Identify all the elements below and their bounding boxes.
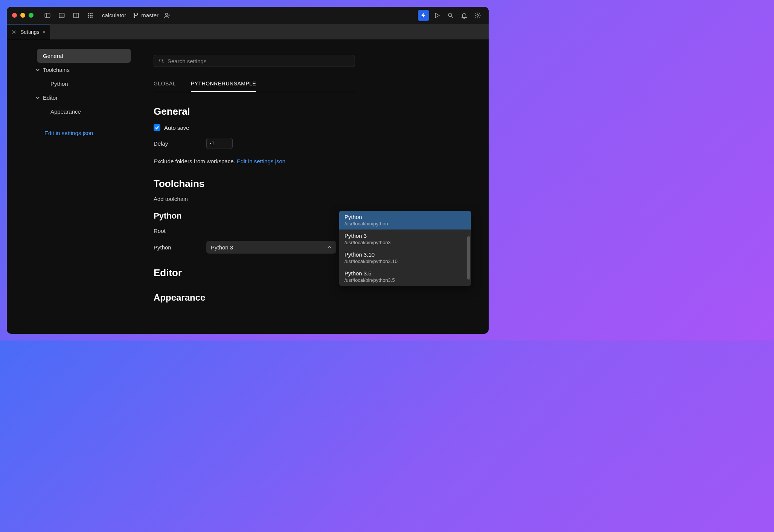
svg-point-19 (160, 59, 163, 62)
dropdown-item[interactable]: Python 3 /usr/local/bin/python3 (339, 230, 471, 248)
svg-rect-0 (45, 13, 50, 18)
sidebar-item-python[interactable]: Python (37, 77, 131, 91)
exclude-folders-text: Exclude folders from workspace. Edit in … (154, 158, 489, 164)
tab-settings[interactable]: Settings × (7, 24, 50, 40)
play-icon[interactable] (431, 10, 443, 21)
dropdown-item-path: /usr/local/bin/python3.10 (344, 258, 466, 264)
dropdown-item-name: Python (344, 214, 466, 220)
dropdown-item-name: Python 3 (344, 233, 466, 239)
dropdown-item[interactable]: Python 3.5 /usr/local/bin/python3.5 (339, 267, 471, 286)
chevron-up-icon (327, 245, 332, 249)
svg-point-18 (14, 31, 15, 33)
svg-point-3 (88, 13, 89, 14)
dropdown-item[interactable]: Python /usr/local/bin/python (339, 211, 471, 230)
search-settings-box[interactable] (154, 55, 355, 67)
svg-point-7 (90, 15, 91, 15)
gear-icon[interactable] (472, 10, 483, 21)
svg-point-10 (90, 17, 91, 17)
grid-icon[interactable] (85, 10, 96, 21)
sidebar-item-appearance[interactable]: Appearance (37, 105, 131, 119)
tab-bar: Settings × (7, 24, 489, 40)
svg-point-4 (90, 13, 91, 14)
auto-save-checkbox[interactable] (154, 124, 160, 131)
svg-point-13 (137, 13, 138, 14)
tab-global[interactable]: GLOBAL (154, 81, 176, 92)
sidebar-item-editor[interactable]: Editor (37, 91, 131, 105)
search-icon[interactable] (445, 10, 456, 21)
settings-sidebar: General Toolchains Python Editor Appeara… (7, 40, 139, 334)
add-toolchain-label: Add toolchain (154, 196, 489, 202)
minimize-window-button[interactable] (20, 13, 25, 18)
sidebar-label: Toolchains (43, 67, 70, 73)
svg-rect-2 (73, 13, 79, 18)
svg-point-5 (91, 13, 92, 14)
close-tab-icon[interactable]: × (43, 29, 46, 35)
dropdown-item-path: /usr/local/bin/python3 (344, 240, 466, 245)
root-label: Root (154, 228, 206, 234)
sidebar-item-toolchains[interactable]: Toolchains (37, 63, 131, 77)
window-controls (12, 13, 34, 18)
maximize-window-button[interactable] (29, 13, 34, 18)
dropdown-item-path: /usr/local/bin/python (344, 221, 466, 226)
svg-point-14 (134, 16, 135, 17)
svg-point-12 (134, 13, 135, 14)
panel-left-icon[interactable] (42, 10, 53, 21)
auto-save-row: Auto save (154, 124, 489, 131)
svg-rect-1 (59, 13, 64, 18)
select-value: Python 3 (211, 244, 233, 251)
chevron-down-icon (35, 96, 40, 100)
settings-main: GLOBAL PYTHONRERUNSAMPLE General Auto sa… (139, 40, 489, 334)
bell-icon[interactable] (459, 10, 470, 21)
heading-toolchains: Toolchains (154, 178, 489, 190)
svg-point-15 (166, 13, 168, 15)
chevron-down-icon (35, 68, 40, 72)
svg-point-9 (88, 17, 89, 17)
sidebar-label: Python (50, 81, 68, 87)
content-area: General Toolchains Python Editor Appeara… (7, 40, 489, 334)
python-label: Python (154, 244, 206, 251)
delay-label: Delay (154, 140, 206, 147)
delay-row: Delay (154, 138, 489, 149)
svg-point-11 (91, 17, 92, 17)
python-select[interactable]: Python 3 (206, 241, 336, 254)
sidebar-label: Editor (43, 94, 58, 101)
scope-tabs: GLOBAL PYTHONRERUNSAMPLE (154, 81, 355, 92)
branch-name: master (141, 12, 158, 18)
exclude-edit-link[interactable]: Edit in settings.json (237, 158, 285, 164)
dropdown-item-name: Python 3.5 (344, 270, 466, 277)
dropdown-scrollbar[interactable] (467, 236, 470, 280)
tab-project[interactable]: PYTHONRERUNSAMPLE (191, 81, 256, 92)
branch-icon (133, 12, 139, 18)
sidebar-label: General (43, 53, 63, 59)
panel-bottom-icon[interactable] (56, 10, 67, 21)
tab-label: Settings (20, 29, 40, 35)
heading-general: General (154, 106, 489, 117)
heading-appearance: Appearance (154, 292, 489, 303)
dropdown-item-path: /usr/local/bin/python3.5 (344, 277, 466, 283)
auto-save-label: Auto save (164, 125, 189, 131)
search-icon (158, 58, 165, 64)
gear-icon (11, 29, 17, 35)
search-settings-input[interactable] (168, 58, 350, 64)
svg-point-16 (448, 13, 452, 17)
python-dropdown: Python /usr/local/bin/python Python 3 /u… (339, 211, 471, 286)
delay-input[interactable] (206, 138, 233, 149)
add-user-icon[interactable] (162, 10, 173, 21)
exclude-text: Exclude folders from workspace. (154, 158, 235, 164)
close-window-button[interactable] (12, 13, 17, 18)
dropdown-item-name: Python 3.10 (344, 251, 466, 258)
svg-point-6 (88, 15, 89, 15)
edit-settings-json-link[interactable]: Edit in settings.json (37, 130, 131, 136)
git-branch[interactable]: master (133, 12, 158, 18)
panel-right-icon[interactable] (70, 10, 82, 21)
app-window: calculator master Settings × General Too… (7, 7, 489, 334)
svg-point-17 (477, 14, 479, 16)
project-name[interactable]: calculator (102, 12, 126, 18)
sidebar-item-general[interactable]: General (37, 49, 131, 63)
svg-point-8 (91, 15, 92, 15)
bolt-icon[interactable] (418, 10, 429, 21)
dropdown-item[interactable]: Python 3.10 /usr/local/bin/python3.10 (339, 248, 471, 267)
sidebar-label: Appearance (50, 108, 81, 115)
titlebar: calculator master (7, 7, 489, 24)
